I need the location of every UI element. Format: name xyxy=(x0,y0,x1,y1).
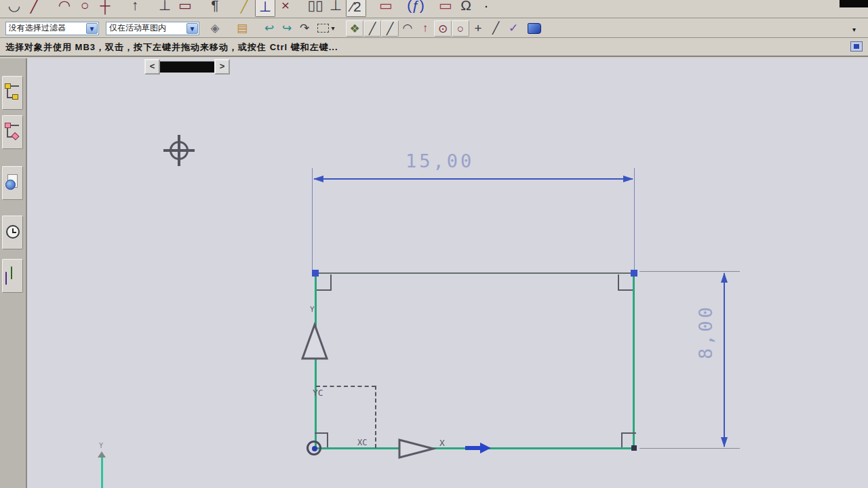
dimension-icon[interactable]: ⊥ xyxy=(255,0,275,17)
dimension-arrow-up-icon xyxy=(721,272,728,283)
video-letterbox-corner xyxy=(840,0,868,7)
point-tool-icon[interactable]: ↑ xyxy=(416,20,434,37)
roles-tab[interactable] xyxy=(2,259,23,293)
x-axis-arrow-icon[interactable] xyxy=(397,437,436,460)
web-browser-icon xyxy=(5,174,21,192)
history-tab[interactable] xyxy=(2,216,23,249)
snap-point-icon[interactable]: ❖ xyxy=(346,20,363,37)
fillet-icon[interactable]: ┼ xyxy=(95,0,115,17)
wcs-dashed-line xyxy=(375,386,376,448)
dimension-arrow-right-icon xyxy=(623,176,633,182)
circle-tool-icon[interactable]: ○ xyxy=(452,20,469,37)
undo-icon[interactable]: ↩ xyxy=(260,20,278,37)
vertex-point-top-right[interactable] xyxy=(631,270,637,277)
redo-icon[interactable]: ↪ xyxy=(278,20,296,37)
width-dimension-text[interactable]: 15,00 xyxy=(406,150,474,171)
origin-point-icon xyxy=(312,446,317,451)
dimension-line[interactable] xyxy=(314,178,633,180)
y-axis-arrow-icon[interactable] xyxy=(300,322,330,361)
assembly-navigator-icon xyxy=(5,83,21,102)
perpendicular-constraint-icon xyxy=(618,274,619,291)
y-axis-label: Y xyxy=(310,305,315,314)
history-icon xyxy=(5,223,21,242)
height-dimension-text[interactable]: 8,00 xyxy=(695,302,716,363)
web-browser-tab[interactable] xyxy=(2,166,23,200)
selection-filter-value: 没有选择过滤器 xyxy=(9,22,66,34)
reattach-icon[interactable]: ↷ xyxy=(296,20,313,37)
expression-icon[interactable]: (ƒ) xyxy=(406,0,426,17)
clipboard-icon[interactable]: ▤ xyxy=(233,20,251,37)
mirror-curve-icon[interactable]: ▯▯ xyxy=(305,0,326,17)
delete-icon[interactable]: × xyxy=(275,0,296,17)
perpendicular-constraint-icon xyxy=(621,432,623,447)
quick-trim-icon[interactable]: ⁄2 xyxy=(346,0,366,17)
derived-line-icon[interactable]: ╱ xyxy=(235,0,255,17)
graphics-window[interactable]: 15,00 YC XC Y X 8,00 Y xyxy=(0,58,868,488)
datum-axis-label: Y xyxy=(99,442,103,449)
snap-settings-icon[interactable]: ◈ xyxy=(206,20,224,37)
xc-axis-label: XC xyxy=(357,438,367,447)
x-axis-label: X xyxy=(439,438,445,448)
scrub-prev-button[interactable]: < xyxy=(144,59,160,75)
slash-tool-icon[interactable]: ╱ xyxy=(487,20,505,37)
selection-grid-icon[interactable] xyxy=(850,41,863,52)
dimension-extension-line xyxy=(312,168,313,271)
scrub-track[interactable] xyxy=(160,61,214,73)
chevron-down-icon[interactable]: ▼ xyxy=(186,23,198,34)
dimension-arrow-left-icon xyxy=(313,176,323,182)
perpendicular-constraint-icon xyxy=(621,432,636,434)
dimension-extension-line xyxy=(639,448,740,449)
circle-center-icon[interactable]: ⊙ xyxy=(434,20,452,37)
point-icon[interactable]: ↑ xyxy=(125,0,145,17)
selection-filter-dropdown[interactable]: 没有选择过滤器 ▼ xyxy=(5,22,99,35)
dimension-extension-line xyxy=(639,271,740,272)
profile-line-icon[interactable]: ╱ xyxy=(381,20,399,37)
arc-icon[interactable]: ◠ xyxy=(54,0,75,17)
roles-icon xyxy=(5,266,21,285)
part-navigator-tab[interactable] xyxy=(2,115,23,149)
perpendicular-constraint-icon xyxy=(315,432,328,434)
perpendicular-constraint-icon xyxy=(618,289,633,291)
circle-icon[interactable]: ○ xyxy=(75,0,95,17)
sketch-tools-toolbar: ◡ ╱ ◠ ○ ┼ ↑ ⊥ ▭ ¶ ╱ ⊥ × ▯▯ ⊥ ⁄2 ▭ (ƒ) ▭ … xyxy=(0,0,868,18)
datum-axis-y[interactable] xyxy=(101,458,103,488)
sketch-line-icon[interactable]: ╱ xyxy=(363,20,381,37)
dimension-line[interactable] xyxy=(724,273,725,447)
toolbar-overflow-icon[interactable]: ▾ xyxy=(852,26,856,33)
more-dot-icon[interactable]: · xyxy=(476,0,496,17)
chevron-down-icon[interactable]: ▾ xyxy=(330,20,336,37)
measure-icon[interactable]: Ω xyxy=(456,0,476,17)
view-scrubber: < > xyxy=(144,59,230,75)
selection-scope-value: 仅在活动草图内 xyxy=(109,22,166,34)
studio-check-icon[interactable]: ✓ xyxy=(505,20,522,37)
perpendicular-constraint-icon xyxy=(330,274,332,291)
x-direction-arrow-icon xyxy=(465,446,480,450)
selection-toolbar: 没有选择过滤器 ▼ 仅在活动草图内 ▼ ◈ ▤ ↩ ↪ ↷ ▾ ❖ ╱ ╱ ◠ … xyxy=(0,19,868,38)
perpendicular-icon[interactable]: ⊥ xyxy=(326,0,346,17)
chevron-down-icon[interactable]: ▼ xyxy=(86,23,98,34)
part-navigator-icon xyxy=(5,123,21,142)
scrub-next-button[interactable]: > xyxy=(214,59,230,75)
finish-sketch-icon[interactable] xyxy=(528,23,541,34)
constraint-icon[interactable]: ⊥ xyxy=(155,0,175,17)
perpendicular-constraint-icon xyxy=(327,432,328,447)
datum-axis-arrow-icon xyxy=(98,451,106,458)
selection-scope-dropdown[interactable]: 仅在活动草图内 ▼ xyxy=(106,22,199,35)
arc-tool-icon[interactable]: ◠ xyxy=(399,20,416,37)
extend-icon[interactable]: ▭ xyxy=(435,0,456,17)
rectangle-icon[interactable]: ▭ xyxy=(175,0,195,17)
spline-icon[interactable]: ◡ xyxy=(4,0,24,17)
yc-axis-label: YC xyxy=(313,388,323,398)
resource-bar xyxy=(0,58,27,488)
rectangle-right-edge[interactable] xyxy=(633,273,635,449)
line-icon[interactable]: ╱ xyxy=(24,0,45,17)
vertex-point-bottom-right[interactable] xyxy=(631,445,637,451)
offset-curve-icon[interactable]: ¶ xyxy=(205,0,225,17)
assembly-navigator-tab[interactable] xyxy=(2,76,23,110)
plus-tool-icon[interactable]: + xyxy=(469,20,487,37)
vertex-point-top-left[interactable] xyxy=(312,270,319,277)
pan-cursor-icon xyxy=(170,141,189,160)
rectangle-select-icon[interactable] xyxy=(317,24,329,33)
trim-recipe-icon[interactable]: ▭ xyxy=(376,0,396,17)
rectangle-top-edge[interactable] xyxy=(315,272,634,274)
